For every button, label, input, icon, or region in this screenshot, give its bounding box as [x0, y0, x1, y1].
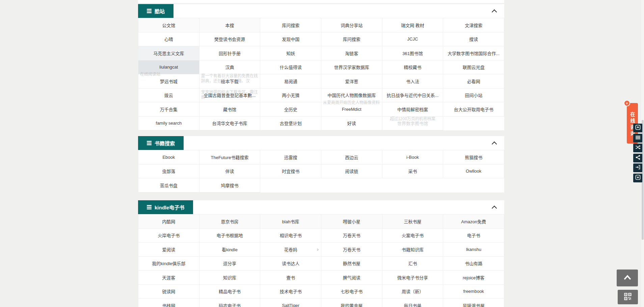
grid-link-cell[interactable]: 看kindle [199, 242, 261, 257]
share-button[interactable] [633, 154, 642, 162]
grid-link-cell[interactable]: 抗日战争与近代中日关系... [382, 88, 444, 103]
grid-link-cell[interactable]: 世界汉学家数据库 [321, 60, 382, 75]
grid-link-cell[interactable]: 火案电子书 [382, 229, 444, 243]
grid-link-cell[interactable]: 爱阅读 [138, 242, 199, 257]
grid-link-cell[interactable]: 苦瓜书盘 [138, 178, 199, 193]
sign-in-button[interactable] [633, 163, 642, 172]
grid-link-cell[interactable]: 我的kindle俱乐部 [138, 257, 199, 271]
grid-link-cell[interactable]: 全國古籍普查登記基本數...宝宝地带的绘本下载专区，需注册 [199, 88, 261, 103]
grid-link-cell[interactable]: SaltTiger [260, 299, 321, 307]
grid-link-cell[interactable]: 脾气阅读 [321, 271, 382, 285]
grid-link-cell[interactable]: 西边云 [321, 150, 382, 164]
grid-link-cell[interactable]: 瑞文网 教材 [382, 18, 444, 32]
grid-link-cell[interactable]: 易阅通 [260, 74, 321, 88]
grid-link-cell[interactable]: 什么值得读 [260, 60, 321, 75]
grid-link-cell[interactable]: 全历史 [260, 102, 321, 117]
grid-link-cell[interactable]: 伴读 [199, 164, 261, 179]
grid-link-cell[interactable]: 恩京书房 [199, 214, 261, 229]
grid-link-cell[interactable]: family search [138, 117, 199, 131]
grid-link-cell[interactable]: 书籍知识库 [382, 242, 444, 257]
grid-link-cell[interactable]: 库问搜索 [321, 32, 382, 47]
grid-link-cell[interactable]: 花卷妈› [260, 242, 321, 257]
grid-link-cell[interactable]: 公文馆 [138, 18, 199, 32]
back-to-top-button[interactable] [617, 270, 638, 286]
grid-link-cell[interactable]: 精品电子书 [199, 285, 261, 299]
grid-link-cell[interactable]: 万千合集 [138, 102, 199, 117]
grid-link-cell[interactable]: 我的黄金屋 [321, 299, 382, 307]
collapse-chevron-icon[interactable] [492, 142, 497, 147]
grid-link-cell[interactable]: 发现中国 [260, 32, 321, 47]
grid-link-cell[interactable]: 马克思主义文库 [138, 46, 199, 60]
grid-link-cell[interactable]: 阅读链 [321, 164, 382, 179]
grid-link-cell[interactable]: 周读（新） [382, 285, 444, 299]
grid-link-cell[interactable]: 大学数字图书馆国际合作... [443, 46, 504, 60]
grid-link-cell[interactable]: 读书达人 [260, 257, 321, 271]
grid-link-cell[interactable]: 绘本下载是一个有着巨大容量的免费在线辞典，还包括汉典古籍、汉 [199, 74, 261, 88]
grid-link-cell[interactable]: 爱洋葱 [321, 74, 382, 88]
grid-link-cell[interactable]: i-Book [382, 150, 444, 164]
grid-link-cell[interactable]: freembook [443, 285, 504, 299]
grid-link-cell[interactable]: 采书 [382, 164, 444, 179]
grid-link-cell[interactable]: 台大公开取用电子书 [443, 102, 504, 117]
grid-link-cell[interactable]: 技术电子书 [260, 285, 321, 299]
grid-link-cell[interactable]: 锐读网 [138, 285, 199, 299]
grid-link-cell[interactable]: 心晴 [138, 32, 199, 47]
grid-link-cell[interactable]: 书栈网 [138, 299, 199, 307]
grid-link-cell[interactable]: 迅雷搜 [260, 150, 321, 164]
qr-code-button[interactable] [618, 290, 638, 304]
grid-link-cell[interactable]: Ikanshu [443, 242, 504, 257]
grid-link-cell[interactable]: 书入法 [382, 74, 444, 88]
grid-link-cell[interactable]: 天涯客 [138, 271, 199, 285]
grid-link-cell[interactable]: 搜读 [443, 32, 504, 47]
grid-link-cell[interactable]: 田间小站 [443, 88, 504, 103]
grid-link-cell[interactable]: 电子书 [443, 229, 504, 243]
grid-link-cell[interactable]: 三秋书屋 [382, 214, 444, 229]
grid-link-cell[interactable]: 静然书屋 [321, 257, 382, 271]
grid-link-cell[interactable]: 库问搜索 [260, 18, 321, 32]
grid-link-cell[interactable]: TheFuture书籍搜索 [199, 150, 261, 164]
grid-link-cell[interactable]: 樊登读书会资源 [199, 32, 261, 47]
section-tab[interactable]: 书籍搜索 [138, 136, 184, 150]
grid-link-cell[interactable]: JCJC [382, 32, 444, 47]
grid-link-cell[interactable]: 台湾华文电子书库 [199, 117, 261, 131]
collapse-chevron-icon[interactable] [492, 206, 497, 211]
grid-link-cell[interactable]: 古登堡计划 [260, 117, 321, 131]
grid-link-cell[interactable]: blah书库 [260, 214, 321, 229]
grid-link-cell[interactable]: 内酷网 [138, 214, 199, 229]
grid-link-cell[interactable]: 熊猫搜书 [443, 150, 504, 164]
grid-link-cell[interactable]: FreeMdict从夏商周开始历史人物画像资料 [321, 102, 382, 117]
grid-link-cell[interactable]: 藏书馆 [199, 102, 261, 117]
grid-link-cell[interactable]: 中情局解密档案 [382, 102, 444, 117]
grid-link-cell[interactable]: 两小无猜 [260, 88, 321, 103]
shuffle-button[interactable] [633, 144, 642, 152]
grid-link-cell[interactable]: liulangcat [138, 60, 199, 75]
grid-link-cell[interactable]: Ebook [138, 150, 199, 164]
grid-link-cell[interactable]: 壹书 [260, 271, 321, 285]
grid-link-cell[interactable]: 淘链客 [321, 46, 382, 60]
grid-link-cell[interactable]: Amazon免费 [443, 214, 504, 229]
section-tab[interactable]: 酷站 [138, 4, 173, 18]
grid-link-cell[interactable]: 火岸电子书 [138, 229, 199, 243]
grid-link-cell[interactable]: 必看网 [443, 74, 504, 88]
list-button[interactable] [633, 134, 642, 143]
grid-link-cell[interactable]: 汇书 [382, 257, 444, 271]
grid-link-cell[interactable]: 本搜 [199, 18, 261, 32]
grid-link-cell[interactable]: 电子书根据地 [199, 229, 261, 243]
chevron-right-icon[interactable]: › [317, 247, 319, 252]
grid-link-cell[interactable]: 逗分享 [199, 257, 261, 271]
grid-link-cell[interactable]: 精校藏书 [382, 60, 444, 75]
box-arrow-down-button[interactable] [633, 174, 642, 182]
grid-link-cell[interactable]: 361图书馆 [382, 46, 444, 60]
grid-link-cell[interactable]: 时宜搜书 [260, 164, 321, 179]
grid-link-cell[interactable]: 万卷天书 [321, 242, 382, 257]
grid-link-cell[interactable]: 嘒彼小星 [321, 214, 382, 229]
grid-link-cell[interactable]: Owllook [443, 164, 504, 179]
grid-link-cell[interactable]: 码农电子书 [199, 299, 261, 307]
grid-link-cell[interactable]: 万卷天书 [321, 229, 382, 243]
grid-link-cell[interactable]: 联图云光盘 [443, 60, 504, 75]
grid-link-cell[interactable]: 文津搜索 [443, 18, 504, 32]
grid-link-cell[interactable]: 好读 [321, 117, 382, 131]
grid-link-cell[interactable]: 知识库 [199, 271, 261, 285]
grid-link-cell[interactable]: 虫部落 [138, 164, 199, 179]
grid-link-cell[interactable]: 鸠摩搜书 [199, 178, 261, 193]
